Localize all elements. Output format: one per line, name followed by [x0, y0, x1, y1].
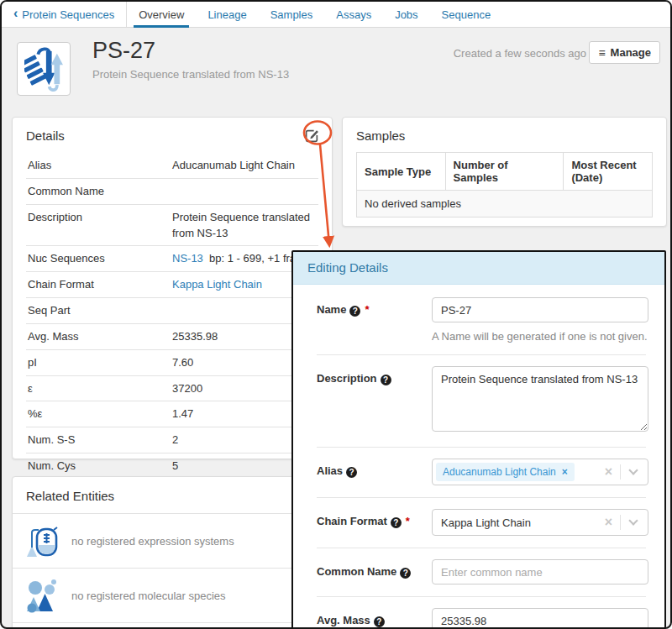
chevron-down-icon[interactable] — [628, 516, 638, 525]
details-panel: Details AliasAducanumab Light Chain Comm… — [12, 117, 333, 459]
bioreactor-icon — [26, 523, 58, 558]
chain-format-value: Kappa Light Chain — [433, 516, 597, 529]
col-number-of-samples: Number of Samples — [445, 153, 564, 191]
editing-details-dialog: Editing Details Name?* A Name will be ge… — [291, 250, 666, 629]
created-timestamp: Created a few seconds ago — [454, 47, 586, 60]
details-row-nuc-sequences: Nuc SequencesNS-13 bp: 1 - 699, +1 frame — [26, 246, 318, 272]
help-icon[interactable]: ? — [391, 517, 402, 528]
details-row-alias: AliasAducanumab Light Chain — [26, 153, 318, 179]
help-icon[interactable]: ? — [349, 306, 360, 317]
common-name-field[interactable] — [432, 559, 648, 584]
nav-tabs: Overview Lineage Samples Assays Jobs Seq… — [127, 2, 502, 27]
tab-assays[interactable]: Assays — [324, 2, 383, 27]
alias-tag[interactable]: Aducanumab Light Chain × — [436, 463, 575, 481]
app-window: ‹ Protein Sequences Overview Lineage Sam… — [0, 0, 672, 629]
details-row-pct-epsilon: %ε1.47 — [26, 401, 318, 427]
form-group-chain-format: Chain Format?* Kappa Light Chain × — [317, 497, 646, 548]
tab-jobs[interactable]: Jobs — [383, 2, 429, 27]
related-entities-title: Related Entities — [13, 477, 332, 514]
common-name-label: Common Name? — [317, 559, 432, 584]
form-group-name: Name?* A Name will be generated if one i… — [317, 286, 646, 354]
alias-label: Alias? — [317, 459, 432, 485]
tab-lineage[interactable]: Lineage — [196, 2, 258, 27]
required-asterisk: * — [365, 303, 369, 316]
tab-sequence[interactable]: Sequence — [430, 2, 503, 27]
page-title: PS-27 — [92, 38, 155, 64]
details-row-avg-mass: Avg. Mass25335.98 — [26, 324, 318, 350]
form-group-avg-mass: Avg. Mass? — [317, 596, 646, 629]
details-title: Details — [26, 128, 318, 143]
name-help-text: A Name will be generated if one is not g… — [432, 330, 648, 343]
avg-mass-label: Avg. Mass? — [317, 608, 432, 629]
editing-details-form: Name?* A Name will be generated if one i… — [293, 285, 664, 629]
samples-title: Samples — [356, 128, 653, 143]
related-entities-panel: Related Entities no registered expressio… — [12, 476, 333, 629]
avg-mass-field[interactable] — [432, 608, 648, 629]
details-table: AliasAducanumab Light Chain Common Name … — [26, 153, 318, 505]
nuc-sequence-link[interactable]: NS-13 — [172, 252, 203, 265]
col-sample-type: Sample Type — [357, 153, 446, 191]
tab-samples[interactable]: Samples — [259, 2, 325, 27]
samples-empty-message: No derived samples — [357, 191, 653, 218]
form-group-common-name: Common Name? — [317, 548, 646, 596]
manage-button-label: Manage — [611, 46, 651, 59]
chain-format-link[interactable]: Kappa Light Chain — [172, 278, 262, 291]
chevron-down-icon[interactable] — [628, 465, 638, 474]
details-row-pi: pI7.60 — [26, 350, 318, 376]
name-field[interactable] — [432, 297, 648, 322]
required-asterisk: * — [406, 515, 410, 527]
details-row-num-ss: Num. S-S2 — [26, 427, 318, 453]
details-row-epsilon: ε37200 — [26, 376, 318, 402]
back-chevron-icon: ‹ — [13, 7, 18, 20]
top-nav: ‹ Protein Sequences Overview Lineage Sam… — [2, 2, 670, 28]
clear-icon[interactable]: × — [597, 515, 620, 530]
description-label: Description? — [317, 366, 432, 435]
editing-details-title: Editing Details — [293, 252, 664, 285]
form-group-description: Description? Protein Sequence translated… — [317, 354, 646, 447]
molecule-icon — [26, 578, 58, 613]
back-link-protein-sequences[interactable]: ‹ Protein Sequences — [2, 2, 126, 27]
help-icon[interactable]: ? — [400, 568, 411, 579]
list-item-molecular-species: no registered molecular species — [13, 569, 332, 623]
form-group-alias: Alias? Aducanumab Light Chain × × — [317, 447, 646, 497]
protein-sequence-icon — [17, 42, 71, 96]
control-divider — [620, 515, 621, 530]
details-row-common-name: Common Name — [26, 179, 318, 205]
name-label: Name?* — [317, 297, 432, 343]
tag-remove-icon[interactable]: × — [562, 466, 568, 478]
details-row-description: DescriptionProtein Sequence translated f… — [26, 205, 318, 247]
alias-multiselect[interactable]: Aducanumab Light Chain × × — [432, 459, 648, 485]
help-icon[interactable]: ? — [374, 616, 385, 627]
samples-table: Sample Type Number of Samples Most Recen… — [356, 152, 653, 218]
edit-details-button[interactable] — [302, 126, 321, 144]
description-field[interactable]: Protein Sequence translated from NS-13 — [432, 366, 648, 432]
help-icon[interactable]: ? — [381, 375, 391, 385]
col-most-recent: Most Recent (Date) — [564, 153, 653, 191]
manage-button[interactable]: ≡ Manage — [589, 41, 660, 64]
list-item-expression-systems: no registered expression systems — [13, 514, 332, 569]
hamburger-icon: ≡ — [598, 46, 605, 60]
page-subtitle: Protein Sequence translated from NS-13 — [92, 68, 289, 81]
back-link-label: Protein Sequences — [22, 8, 114, 21]
related-item-label: no registered expression systems — [71, 535, 234, 548]
clear-icon[interactable]: × — [597, 464, 620, 480]
tab-overview[interactable]: Overview — [127, 2, 196, 27]
related-item-label: no registered molecular species — [71, 590, 226, 602]
details-row-chain-format: Chain FormatKappa Light Chain — [26, 272, 318, 298]
help-icon[interactable]: ? — [346, 467, 357, 478]
entity-header: PS-27 Protein Sequence translated from N… — [2, 28, 670, 112]
table-row: No derived samples — [357, 191, 653, 218]
edit-pencil-icon — [305, 128, 319, 143]
control-divider — [620, 464, 621, 480]
chain-format-select[interactable]: Kappa Light Chain × — [432, 509, 648, 536]
samples-panel: Samples Sample Type Number of Samples Mo… — [342, 117, 667, 227]
details-row-seq-part: Seq Part — [26, 298, 318, 324]
chain-format-label: Chain Format?* — [317, 509, 432, 536]
